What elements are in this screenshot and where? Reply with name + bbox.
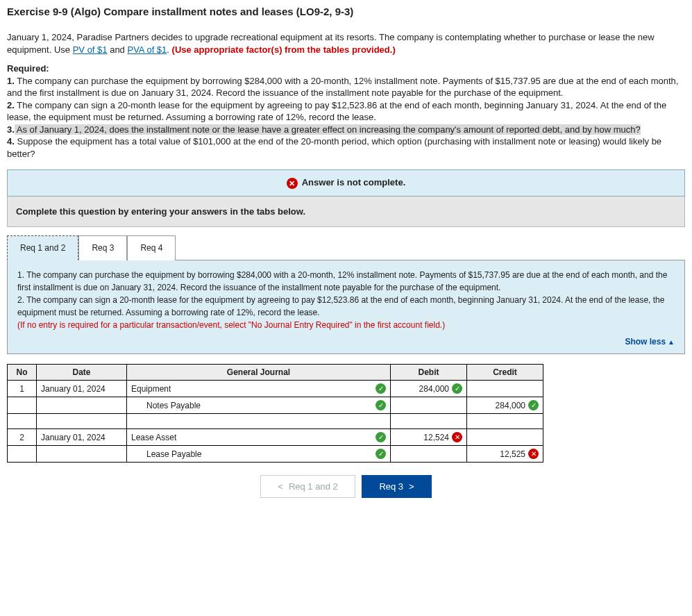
cell-account[interactable]: Lease Payable✓ bbox=[127, 446, 391, 463]
cell-no: 1 bbox=[8, 381, 37, 397]
exercise-title: Exercise 9-9 (Algo) Compare installment … bbox=[7, 6, 685, 17]
required-block: Required: 1. The company can purchase th… bbox=[7, 63, 685, 160]
instruction-bar: Complete this question by entering your … bbox=[7, 197, 685, 227]
req3-num: 3. bbox=[7, 124, 15, 135]
table-row bbox=[8, 414, 543, 429]
req3-text: As of January 1, 2024, does the installm… bbox=[15, 124, 641, 135]
cell-debit[interactable]: 284,000✓ bbox=[391, 381, 467, 397]
cell-date[interactable]: January 01, 2024 bbox=[37, 381, 127, 397]
cell-no bbox=[8, 446, 37, 463]
tab-panel: 1. The company can purchase the equipmen… bbox=[7, 260, 685, 354]
col-header-debit: Debit bbox=[391, 365, 467, 381]
intro-paragraph: January 1, 2024, Paradise Partners decid… bbox=[7, 31, 685, 56]
status-text: Answer is not complete. bbox=[302, 177, 406, 188]
col-header-credit: Credit bbox=[467, 365, 543, 381]
cell-credit[interactable] bbox=[467, 429, 543, 446]
col-header-date: Date bbox=[37, 365, 127, 381]
tab-req-4[interactable]: Req 4 bbox=[127, 235, 176, 260]
link-pva-of-1[interactable]: PVA of $1 bbox=[127, 44, 167, 55]
cell-no bbox=[8, 397, 37, 414]
tabs-row: Req 1 and 2 Req 3 Req 4 bbox=[7, 235, 685, 260]
table-row: 2January 01, 2024Lease Asset✓12,524✕ bbox=[8, 429, 543, 446]
check-circle-icon: ✓ bbox=[375, 383, 386, 394]
req2-text: The company can sign a 20-month lease fo… bbox=[7, 100, 666, 123]
cell-date[interactable] bbox=[37, 397, 127, 414]
next-label: Req 3 bbox=[379, 481, 403, 492]
tab-req-3[interactable]: Req 3 bbox=[78, 235, 127, 260]
journal-table: No Date General Journal Debit Credit 1Ja… bbox=[7, 364, 543, 463]
cell-account[interactable]: Lease Asset✓ bbox=[127, 429, 391, 446]
tab-req-1-and-2[interactable]: Req 1 and 2 bbox=[7, 235, 78, 260]
show-less-toggle[interactable]: Show less bbox=[625, 335, 675, 348]
cell-no: 2 bbox=[8, 429, 37, 446]
cell-debit[interactable]: 12,524✕ bbox=[391, 429, 467, 446]
table-row: Lease Payable✓12,525✕ bbox=[8, 446, 543, 463]
cell-date[interactable]: January 01, 2024 bbox=[37, 429, 127, 446]
req4-num: 4. bbox=[7, 136, 15, 147]
req1-num: 1. bbox=[7, 76, 15, 86]
panel-note-red: (If no entry is required for a particula… bbox=[17, 319, 675, 331]
cell-date[interactable] bbox=[37, 446, 127, 463]
answer-status-bar: ✕Answer is not complete. bbox=[7, 169, 685, 197]
col-header-no: No bbox=[8, 365, 37, 381]
cell-account[interactable]: Notes Payable✓ bbox=[127, 397, 391, 414]
cell-credit[interactable]: 12,525✕ bbox=[467, 446, 543, 463]
intro-post: . bbox=[167, 44, 171, 55]
next-button[interactable]: Req 3> bbox=[362, 475, 431, 498]
prev-label: Req 1 and 2 bbox=[289, 481, 338, 492]
req4-text: Suppose the equipment has a total value … bbox=[7, 136, 661, 159]
nav-buttons: <Req 1 and 2 Req 3> bbox=[7, 475, 685, 498]
intro-red-note: (Use appropriate factor(s) from the tabl… bbox=[172, 44, 396, 55]
col-header-journal: General Journal bbox=[127, 365, 391, 381]
chevron-left-icon: < bbox=[278, 481, 283, 492]
cell-debit[interactable] bbox=[391, 446, 467, 463]
check-circle-icon: ✓ bbox=[375, 449, 386, 459]
cell-credit[interactable] bbox=[467, 381, 543, 397]
cell-account[interactable]: Equipment✓ bbox=[127, 381, 391, 397]
chevron-right-icon: > bbox=[409, 481, 414, 492]
required-label: Required: bbox=[7, 63, 49, 74]
check-circle-icon: ✓ bbox=[528, 400, 539, 410]
intro-mid: and bbox=[108, 44, 128, 55]
x-circle-icon: ✕ bbox=[528, 449, 539, 459]
x-circle-icon: ✕ bbox=[452, 432, 462, 442]
x-circle-icon: ✕ bbox=[287, 178, 298, 189]
panel-line-1: 1. The company can purchase the equipmen… bbox=[17, 269, 675, 294]
table-row: Notes Payable✓284,000✓ bbox=[8, 397, 543, 414]
check-circle-icon: ✓ bbox=[375, 432, 386, 442]
prev-button[interactable]: <Req 1 and 2 bbox=[260, 475, 355, 498]
check-circle-icon: ✓ bbox=[375, 400, 386, 410]
table-row: 1January 01, 2024Equipment✓284,000✓ bbox=[8, 381, 543, 397]
cell-credit[interactable]: 284,000✓ bbox=[467, 397, 543, 414]
check-circle-icon: ✓ bbox=[452, 383, 462, 394]
cell-debit[interactable] bbox=[391, 397, 467, 414]
req1-text: The company can purchase the equipment b… bbox=[7, 76, 678, 99]
panel-line-2: 2. The company can sign a 20-month lease… bbox=[17, 294, 675, 319]
req2-num: 2. bbox=[7, 100, 15, 110]
link-pv-of-1[interactable]: PV of $1 bbox=[73, 44, 108, 55]
